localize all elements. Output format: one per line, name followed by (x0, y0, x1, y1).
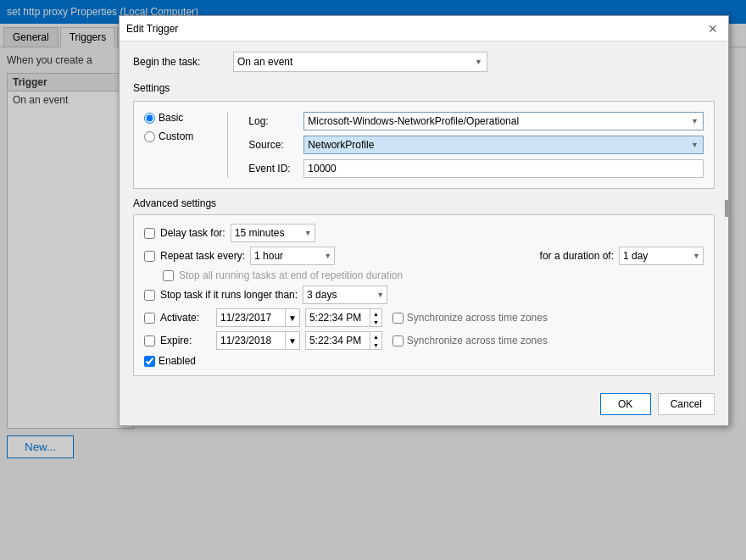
activate-time-input[interactable] (306, 310, 370, 325)
activate-sync-checkbox[interactable] (392, 313, 404, 324)
stop-task-row: Stop task if it runs longer than: 3 days… (144, 286, 704, 304)
source-field-row: Source: NetworkProfile (248, 136, 704, 154)
activate-time-spinner: ▲ ▼ (370, 309, 381, 326)
activate-time-up[interactable]: ▲ (370, 309, 381, 318)
stop-repetition-checkbox[interactable] (163, 270, 174, 281)
ok-button[interactable]: OK (600, 393, 651, 415)
dialog-titlebar: Edit Trigger ✕ (120, 16, 728, 42)
delay-task-label: Delay task for: (160, 227, 225, 239)
stop-task-label: Stop task if it runs longer than: (160, 289, 298, 301)
close-button[interactable]: ✕ (704, 20, 721, 37)
log-field-row: Log: Microsoft-Windows-NetworkProfile/Op… (248, 112, 704, 130)
event-fields: Log: Microsoft-Windows-NetworkProfile/Op… (248, 112, 704, 178)
dialog-footer: OK Cancel (120, 386, 728, 425)
duration-label: for a duration of: (540, 250, 614, 262)
activate-sync-label: Synchronize across time zones (407, 312, 548, 324)
expire-time-spinner: ▲ ▼ (370, 332, 381, 349)
delay-task-row: Delay task for: 15 minutes 30 minutes 1 … (144, 224, 704, 242)
advanced-box: Delay task for: 15 minutes 30 minutes 1 … (133, 214, 715, 376)
activate-row: Activate: ▼ ▲ ▼ Synchronize (144, 308, 704, 327)
log-select-wrapper: Microsoft-Windows-NetworkProfile/Operati… (303, 112, 704, 130)
expire-label: Expire: (160, 335, 211, 347)
repeat-task-checkbox[interactable] (144, 251, 155, 262)
source-select[interactable]: NetworkProfile (303, 136, 704, 154)
radio-basic-label: Basic (159, 112, 183, 124)
expire-date-button[interactable]: ▼ (285, 332, 299, 349)
radio-custom-input[interactable] (144, 131, 155, 142)
delay-task-checkbox[interactable] (144, 228, 155, 239)
duration-select-wrapper: 1 day 1 hour (619, 247, 704, 265)
expire-sync-row: Synchronize across time zones (392, 335, 548, 347)
cancel-button[interactable]: Cancel (658, 393, 715, 415)
source-select-wrapper: NetworkProfile (303, 136, 704, 154)
begin-task-label: Begin the task: (133, 56, 226, 68)
begin-task-row: Begin the task: On an event On a schedul… (133, 52, 715, 72)
delay-select[interactable]: 15 minutes 30 minutes 1 hour (231, 224, 315, 242)
activate-sync-row: Synchronize across time zones (392, 312, 548, 324)
radio-basic[interactable]: Basic (144, 112, 193, 124)
eventid-field-row: Event ID: (248, 159, 704, 178)
scrollbar-indicator (725, 200, 728, 217)
radio-custom[interactable]: Custom (144, 130, 193, 142)
activate-checkbox[interactable] (144, 313, 155, 324)
expire-time-wrapper: ▲ ▼ (305, 331, 382, 350)
enabled-checkbox[interactable] (144, 356, 155, 367)
stop-task-select-wrapper: 3 days 1 hour (303, 286, 387, 304)
expire-time-down[interactable]: ▼ (370, 341, 381, 349)
stop-repetition-row: Stop all running tasks at end of repetit… (144, 269, 704, 281)
divider-vertical (227, 112, 228, 178)
repeat-task-label: Repeat task every: (160, 250, 245, 262)
begin-task-select-wrapper: On an event On a schedule At log on At s… (233, 52, 487, 72)
advanced-settings: Advanced settings Delay task for: 15 min… (133, 197, 715, 376)
dialog-title: Edit Trigger (126, 23, 178, 35)
expire-row: Expire: ▼ ▲ ▼ Synchronize ac (144, 331, 704, 350)
log-select[interactable]: Microsoft-Windows-NetworkProfile/Operati… (303, 112, 704, 130)
source-label: Source: (248, 139, 303, 151)
advanced-label: Advanced settings (133, 197, 715, 209)
repeat-select-wrapper: 1 hour 30 minutes (250, 247, 335, 265)
expire-time-input[interactable] (306, 333, 370, 348)
log-label: Log: (248, 115, 303, 127)
stop-repetition-label: Stop all running tasks at end of repetit… (179, 269, 403, 281)
expire-time-up[interactable]: ▲ (370, 332, 381, 341)
settings-label: Settings (133, 82, 715, 94)
delay-select-wrapper: 15 minutes 30 minutes 1 hour (231, 224, 315, 242)
radio-custom-label: Custom (159, 130, 193, 142)
begin-task-select[interactable]: On an event On a schedule At log on At s… (233, 52, 487, 72)
stop-task-select[interactable]: 3 days 1 hour (303, 286, 387, 304)
activate-date-button[interactable]: ▼ (285, 309, 299, 326)
expire-checkbox[interactable] (144, 335, 155, 347)
expire-date-input[interactable] (217, 333, 285, 348)
activate-label: Activate: (160, 312, 211, 324)
edit-trigger-dialog: Edit Trigger ✕ Begin the task: On an eve… (119, 15, 729, 426)
activate-time-wrapper: ▲ ▼ (305, 308, 382, 327)
eventid-label: Event ID: (248, 163, 303, 175)
settings-box: Basic Custom Log: Microsoft-Windows-Netw… (133, 101, 715, 189)
dialog-body: Begin the task: On an event On a schedul… (120, 42, 728, 386)
duration-group: for a duration of: 1 day 1 hour (540, 247, 704, 265)
enabled-row: Enabled (144, 355, 704, 367)
eventid-input[interactable] (303, 159, 704, 178)
expire-sync-label: Synchronize across time zones (407, 335, 548, 347)
radio-group: Basic Custom (144, 112, 193, 178)
activate-time-down[interactable]: ▼ (370, 318, 381, 326)
stop-task-checkbox[interactable] (144, 290, 155, 301)
activate-date-wrapper: ▼ (216, 308, 300, 327)
repeat-task-row: Repeat task every: 1 hour 30 minutes for… (144, 247, 704, 265)
activate-date-input[interactable] (217, 310, 285, 325)
enabled-label: Enabled (159, 355, 196, 367)
expire-date-wrapper: ▼ (216, 331, 300, 350)
repeat-select[interactable]: 1 hour 30 minutes (250, 247, 335, 265)
duration-select[interactable]: 1 day 1 hour (619, 247, 704, 265)
expire-sync-checkbox[interactable] (392, 335, 404, 347)
radio-basic-input[interactable] (144, 113, 155, 124)
